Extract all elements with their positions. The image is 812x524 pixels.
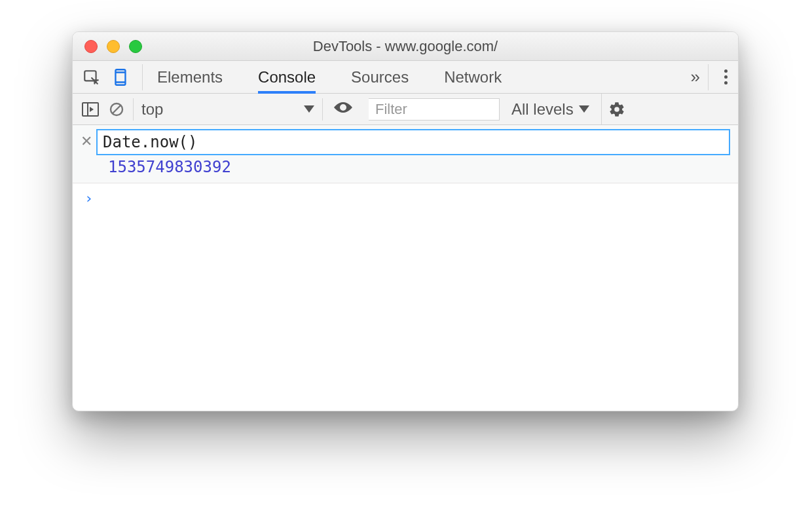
- caret-down-icon: [304, 105, 314, 113]
- create-live-expression-button[interactable]: [328, 100, 358, 119]
- tab-network[interactable]: Network: [444, 61, 502, 93]
- tab-console[interactable]: Console: [258, 61, 316, 94]
- live-expression-result: 1535749830392: [73, 155, 738, 183]
- svg-rect-0: [84, 71, 96, 81]
- live-expression-row: ✕: [73, 125, 738, 155]
- tab-sources[interactable]: Sources: [351, 61, 409, 93]
- tabs-overflow-button[interactable]: »: [691, 67, 699, 87]
- window-title: DevTools - www.google.com/: [73, 38, 738, 55]
- more-options-button[interactable]: [718, 69, 734, 84]
- devtools-window: DevTools - www.google.com/ Elements Con: [72, 31, 739, 411]
- svg-line-7: [113, 105, 120, 113]
- window-minimize-button[interactable]: [107, 40, 120, 53]
- window-zoom-button[interactable]: [129, 40, 142, 53]
- console-body: ✕ 1535749830392 ›: [73, 125, 738, 213]
- execution-context-label: top: [141, 100, 163, 119]
- caret-down-icon: [579, 105, 589, 113]
- console-settings-button[interactable]: [601, 94, 628, 124]
- traffic-lights: [73, 40, 142, 53]
- clear-console-button[interactable]: [105, 98, 128, 121]
- console-toolbar: top Filter All levels: [73, 94, 738, 125]
- inspect-element-icon[interactable]: [82, 68, 100, 86]
- execution-context-selector[interactable]: top: [133, 98, 323, 121]
- log-levels-selector[interactable]: All levels: [504, 100, 597, 119]
- window-close-button[interactable]: [84, 40, 98, 53]
- remove-live-expression-button[interactable]: ✕: [81, 129, 96, 150]
- toggle-console-sidebar-button[interactable]: [79, 98, 101, 121]
- console-prompt[interactable]: ›: [73, 183, 738, 213]
- device-toolbar-icon[interactable]: [112, 68, 130, 86]
- log-levels-label: All levels: [511, 100, 574, 119]
- tab-elements[interactable]: Elements: [157, 61, 223, 93]
- panel-tabstrip: Elements Console Sources Network »: [73, 61, 738, 94]
- console-filter-input[interactable]: Filter: [369, 98, 500, 121]
- window-titlebar: DevTools - www.google.com/: [73, 32, 738, 61]
- filter-placeholder: Filter: [375, 101, 407, 118]
- live-expression-input[interactable]: [96, 129, 730, 155]
